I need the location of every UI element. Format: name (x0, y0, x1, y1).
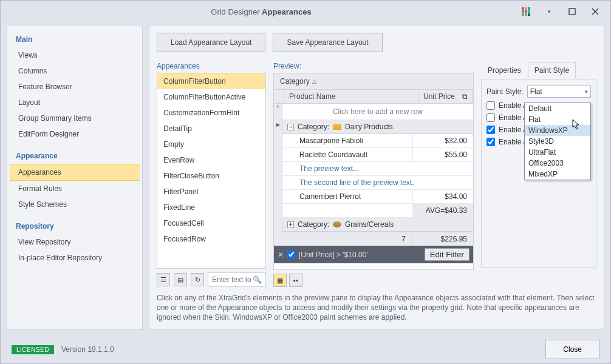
search-icon[interactable]: 🔍 (253, 275, 262, 284)
sidebar-heading-main: Main (10, 33, 140, 47)
titlebar: Grid Designer Appearances ▾ (1, 1, 610, 22)
sort-asc-icon: △ (312, 78, 316, 84)
footer: LICENSED Version 19.1.1.0 Close (1, 335, 610, 363)
load-layout-button[interactable]: Load Appearance Layout (157, 33, 265, 52)
maximize-icon[interactable] (568, 7, 576, 16)
col-product-name[interactable]: Product Name (284, 90, 418, 103)
tab-paint-style[interactable]: Paint Style (528, 62, 576, 79)
window: Grid Designer Appearances ▾ Main Views C… (0, 0, 611, 364)
table-row[interactable]: Mascarpone Fabioli$32.00 (282, 134, 473, 148)
paint-style-panel: Paint Style: Flat ▾ Default Flat Windows… (481, 79, 596, 268)
appearances-label: Appearances (157, 62, 266, 70)
enable-check-4[interactable] (486, 138, 495, 146)
list-item[interactable]: FocusedRow (157, 231, 265, 247)
sidebar-item-appearances[interactable]: Appearances (10, 164, 140, 181)
edit-filter-button[interactable]: Edit Filter (425, 248, 469, 261)
sidebar-item-style-schemes[interactable]: Style Schemes (10, 197, 140, 212)
option-mixedxp[interactable]: MixedXP (525, 169, 590, 180)
list-item[interactable]: Empty (157, 136, 265, 152)
paint-style-label: Paint Style: (486, 87, 524, 96)
collapse-icon[interactable]: − (287, 124, 294, 130)
cheese-icon (333, 124, 341, 130)
close-filter-icon[interactable]: ✕ (278, 251, 284, 259)
svg-rect-0 (569, 8, 575, 15)
list-item[interactable]: FilterCloseButton (157, 168, 265, 184)
select-all-icon[interactable]: ☰ (157, 273, 170, 286)
group-by-panel[interactable]: Category △ (274, 73, 473, 90)
sidebar-item-feature-browser[interactable]: Feature Browser (10, 79, 140, 95)
preview-label: Preview: (273, 62, 474, 70)
column-headers: Product Name Unit Price⧉ (274, 90, 473, 104)
content: Main Views Columns Feature Browser Layou… (7, 25, 604, 330)
sidebar-item-editform[interactable]: EditForm Designer (10, 126, 140, 142)
paint-style-select[interactable]: Flat ▾ (527, 86, 591, 98)
sidebar-item-group-summary[interactable]: Group Summary Items (10, 110, 140, 126)
cursor-icon (572, 119, 581, 130)
hint-text: Click on any of the XtraGrid's elements … (157, 293, 596, 322)
option-office2003[interactable]: Office2003 (525, 158, 590, 169)
filter-checkbox[interactable] (287, 251, 295, 258)
enable-check-2[interactable] (486, 113, 495, 122)
refresh-icon[interactable]: ↻ (191, 273, 204, 286)
list-item[interactable]: DetailTip (157, 121, 265, 136)
footer-summary: 7 $226.95 (274, 232, 473, 246)
preview-text-2: The second line of the preview text. (282, 176, 473, 190)
preview-text-1: The preview text... (282, 162, 473, 176)
current-row-icon: ▸ (274, 120, 282, 232)
group-row[interactable]: − Category: Dairy Products (282, 120, 473, 134)
sidebar-item-editor-repo[interactable]: In-place Editor Repository (10, 250, 140, 266)
grain-icon (333, 221, 341, 228)
deselect-icon[interactable]: ▤ (174, 273, 187, 286)
sidebar-heading-repository: Repository (10, 220, 140, 234)
expand-icon[interactable]: + (287, 221, 294, 228)
window-controls: ▾ (522, 7, 610, 16)
sidebar-item-views[interactable]: Views (10, 47, 140, 63)
filter-panel: ✕ [Unit Price] > '$10.00' Edit Filter (274, 246, 473, 263)
save-layout-button[interactable]: Save Appearance Layout (273, 33, 382, 52)
filter-expr: [Unit Price] > '$10.00' (299, 251, 368, 259)
option-default[interactable]: Default (525, 103, 590, 114)
list-item[interactable]: FocusedCell (157, 215, 265, 231)
sidebar-item-layout[interactable]: Layout (10, 95, 140, 110)
sidebar-item-columns[interactable]: Columns (10, 63, 140, 79)
enable-check-1[interactable] (486, 101, 495, 110)
list-item[interactable]: FixedLine (157, 200, 265, 215)
top-buttons: Load Appearance Layout Save Appearance L… (157, 33, 596, 52)
list-item[interactable]: ColumnFilterButtonActive (157, 89, 265, 105)
search-input[interactable] (212, 275, 253, 284)
list-item[interactable]: CustomizationFormHint (157, 105, 265, 121)
layout-view-icon[interactable]: ▦ (273, 274, 287, 287)
option-style3d[interactable]: Style3D (525, 136, 590, 147)
close-icon[interactable] (591, 7, 599, 16)
list-toolbar: ☰ ▤ ↻ 🔍 (157, 272, 266, 287)
appearances-list[interactable]: ColumnFilterButton ColumnFilterButtonAct… (157, 73, 266, 269)
main-panel: Load Appearance Layout Save Appearance L… (149, 25, 604, 330)
option-ultraflat[interactable]: UltraFlat (525, 147, 590, 158)
close-button[interactable]: Close (545, 340, 599, 359)
group-by-col: Category (280, 77, 310, 86)
col-unit-price[interactable]: Unit Price⧉ (418, 90, 473, 103)
paint-style-dropdown[interactable]: Default Flat WindowsXP Style3D UltraFlat… (524, 103, 591, 180)
sidebar-item-format-rules[interactable]: Format Rules (10, 181, 140, 197)
filter-icon[interactable]: ⧉ (462, 92, 468, 101)
group-row[interactable]: + Category: Grains/Cereals (282, 218, 473, 232)
skin-palette-icon[interactable] (522, 7, 530, 16)
new-row[interactable]: Click here to add a new row (282, 104, 473, 120)
sidebar-heading-appearance: Appearance (10, 149, 140, 164)
table-row[interactable]: Camembert Pierrot$34.00 (282, 190, 473, 204)
columns-area: Appearances ColumnFilterButton ColumnFil… (157, 62, 596, 287)
list-item[interactable]: ColumnFilterButton (157, 73, 265, 89)
card-view-icon[interactable]: ▪▪ (289, 274, 302, 287)
dropdown-icon[interactable]: ▾ (545, 7, 553, 16)
enable-check-3[interactable] (486, 126, 495, 134)
property-tabs: Properties Paint Style (481, 62, 596, 79)
preview-grid[interactable]: Category △ Product Name Unit Price⧉ * Cl… (273, 73, 474, 270)
preview-toolbar: ▦ ▪▪ (273, 274, 474, 287)
preview-column: Preview: Category △ Product Name Unit Pr… (273, 62, 474, 287)
list-item[interactable]: FilterPanel (157, 184, 265, 200)
sidebar-item-view-repo[interactable]: View Repository (10, 234, 140, 250)
list-item[interactable]: EvenRow (157, 152, 265, 168)
table-row[interactable]: Raclette Courdavault$55.00 (282, 148, 473, 162)
tab-properties[interactable]: Properties (481, 62, 528, 79)
title-bold: Appearances (262, 7, 312, 16)
